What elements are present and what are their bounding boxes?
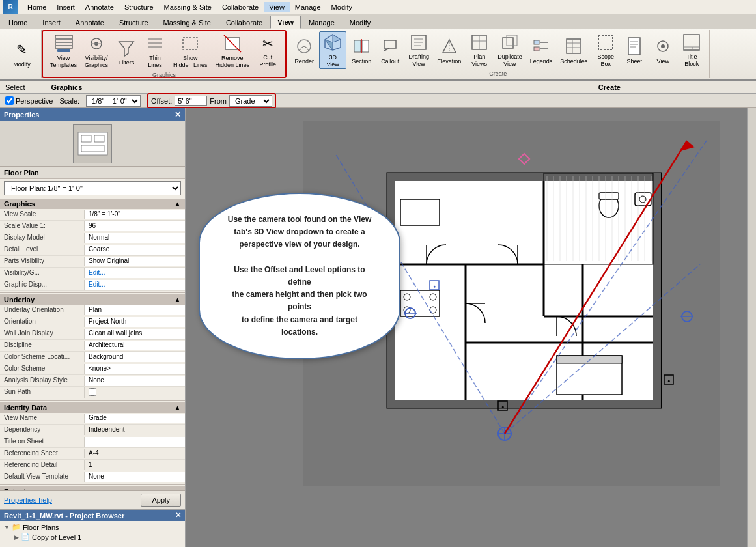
cut-profile-icon: ✂ — [257, 35, 278, 53]
remove-hidden-lines-button[interactable]: RemoveHidden Lines — [212, 33, 253, 70]
cut-profile-label: CutProfile — [259, 54, 276, 68]
perspective-checkbox[interactable] — [5, 96, 14, 105]
sheet-label: Sheet — [627, 58, 643, 65]
svg-rect-85 — [557, 356, 622, 363]
plan-views-label: PlanViews — [471, 53, 487, 68]
props-row-default-view-template: Default View TemplateNone — [0, 471, 185, 483]
thumb-image — [73, 124, 112, 163]
props-row-referencing-detail: Referencing Detail1 — [0, 460, 185, 471]
sheet-button[interactable]: Sheet — [621, 31, 648, 69]
title-block-label: TitleBlock — [684, 53, 699, 68]
drafting-view-button[interactable]: DraftingView — [405, 31, 432, 69]
canvas-area[interactable]: Use the camera tool found on the Viewtab… — [186, 108, 756, 547]
underlay-section-header[interactable]: Underlay ▲ — [0, 294, 185, 305]
tree-item-copy-level1[interactable]: ▶ 📄 Copy of Level 1 — [4, 532, 181, 542]
callout-button[interactable]: Callout — [376, 31, 404, 69]
show-hidden-lines-icon — [180, 34, 201, 53]
tab-view[interactable]: View — [270, 16, 301, 29]
view-thumbnail — [0, 121, 185, 167]
svg-rect-76 — [599, 193, 619, 199]
3d-view-button[interactable]: 3DView — [319, 31, 346, 69]
properties-help-link[interactable]: Properties help — [4, 496, 52, 504]
tree-item-floor-plans[interactable]: ▼ 📁 Floor Plans — [4, 522, 181, 532]
offset-label: Offset: — [151, 97, 172, 105]
menu-insert[interactable]: Insert — [51, 2, 80, 12]
props-section-identity: Identity Data ▲ View NameGrade Dependenc… — [0, 401, 185, 485]
view-button[interactable]: View — [649, 31, 677, 69]
menu-annotate[interactable]: Annotate — [80, 2, 119, 12]
modify-buttons: ✎ Modify — [8, 31, 36, 76]
cut-profile-button[interactable]: ✂ CutProfile — [254, 33, 281, 70]
offset-group: Offset: From Grade Level 1 Level 2 Roof — [147, 93, 276, 109]
visibility-graphics-button[interactable]: Visibility/Graphics — [81, 33, 111, 70]
menu-view[interactable]: View — [264, 2, 290, 12]
svg-rect-43 — [598, 35, 613, 49]
vertical-scrollbar[interactable] — [747, 108, 756, 547]
menu-massing[interactable]: Massing & Site — [159, 2, 217, 12]
sun-path-checkbox[interactable] — [89, 388, 96, 396]
svg-rect-79 — [400, 290, 440, 316]
elevation-button[interactable]: Elevation — [434, 31, 464, 69]
menu-home[interactable]: Home — [22, 2, 51, 12]
graphics-section-header[interactable]: Graphics ▲ — [0, 199, 185, 209]
filters-button[interactable]: Filters — [113, 33, 140, 70]
view-templates-button[interactable]: ViewTemplates — [47, 33, 80, 70]
view-icon — [652, 36, 673, 57]
legends-button[interactable]: Legends — [527, 31, 556, 69]
svg-text:●: ● — [667, 378, 670, 383]
tab-structure[interactable]: Structure — [112, 16, 156, 29]
tab-collaborate[interactable]: Collaborate — [219, 16, 270, 29]
tab-massing[interactable]: Massing & Site — [156, 16, 218, 29]
scope-box-icon — [595, 33, 616, 52]
filters-label: Filters — [119, 59, 135, 66]
schedules-button[interactable]: Schedules — [557, 31, 591, 69]
browser-header: Revit_1-1_MW.rvt - Project Browser ✕ — [0, 510, 185, 521]
from-select[interactable]: Grade Level 1 Level 2 Roof — [229, 95, 272, 107]
drafting-view-label: DraftingView — [408, 53, 429, 68]
tab-home[interactable]: Home — [1, 16, 35, 29]
modify-button[interactable]: ✎ Modify — [8, 35, 36, 72]
section-icon — [351, 36, 372, 57]
section-label: Section — [352, 58, 371, 65]
show-hidden-lines-button[interactable]: ShowHidden Lines — [170, 33, 211, 70]
sheet-icon — [624, 36, 645, 57]
menu-collaborate[interactable]: Collaborate — [217, 2, 264, 12]
thin-lines-button[interactable]: ThinLines — [141, 33, 169, 70]
section-button[interactable]: Section — [348, 31, 375, 69]
svg-rect-69 — [387, 173, 661, 181]
tooltip-balloon: Use the camera tool found on the Viewtab… — [199, 193, 400, 359]
tab-modify[interactable]: Modify — [343, 16, 378, 29]
scope-box-button[interactable]: ScopeBox — [592, 31, 619, 69]
menu-structure[interactable]: Structure — [119, 2, 159, 12]
view-type-label: Floor Plan — [0, 167, 185, 179]
properties-close-button[interactable]: ✕ — [175, 110, 181, 119]
svg-text:●: ● — [433, 284, 436, 288]
tab-annotate[interactable]: Annotate — [68, 16, 111, 29]
identity-section-header[interactable]: Identity Data ▲ — [0, 402, 185, 413]
elevation-icon — [439, 36, 460, 57]
title-block-button[interactable]: TitleBlock — [678, 31, 705, 69]
svg-rect-77 — [635, 193, 651, 206]
duplicate-view-button[interactable]: DuplicateView — [494, 31, 525, 69]
scale-select[interactable]: 1/8" = 1'-0" 1/4" = 1'-0" 1/2" = 1'-0" — [86, 95, 141, 107]
app-icon[interactable]: R — [3, 0, 18, 15]
tab-manage[interactable]: Manage — [301, 16, 342, 29]
ribbon: Home Insert Annotate Structure Massing &… — [0, 14, 756, 81]
svg-rect-12 — [183, 38, 197, 49]
svg-rect-22 — [384, 40, 396, 48]
view-templates-label: ViewTemplates — [50, 55, 77, 69]
apply-button[interactable]: Apply — [141, 494, 181, 507]
svg-rect-19 — [354, 40, 361, 52]
tab-insert[interactable]: Insert — [35, 16, 68, 29]
render-button[interactable]: Render — [290, 31, 318, 69]
plan-views-button[interactable]: PlanViews — [466, 31, 493, 69]
app-icon-label: R — [8, 3, 12, 10]
type-selector[interactable]: Floor Plan: 1/8" = 1'-0" — [4, 181, 181, 195]
svg-rect-1 — [55, 38, 72, 40]
graphics-group-label: Graphics — [152, 70, 176, 78]
menu-modify[interactable]: Modify — [326, 2, 357, 12]
browser-close-button[interactable]: ✕ — [175, 511, 181, 520]
menu-manage[interactable]: Manage — [290, 2, 326, 12]
props-row-underlay-orient: Underlay OrientationPlan — [0, 305, 185, 316]
offset-input[interactable] — [175, 96, 207, 106]
